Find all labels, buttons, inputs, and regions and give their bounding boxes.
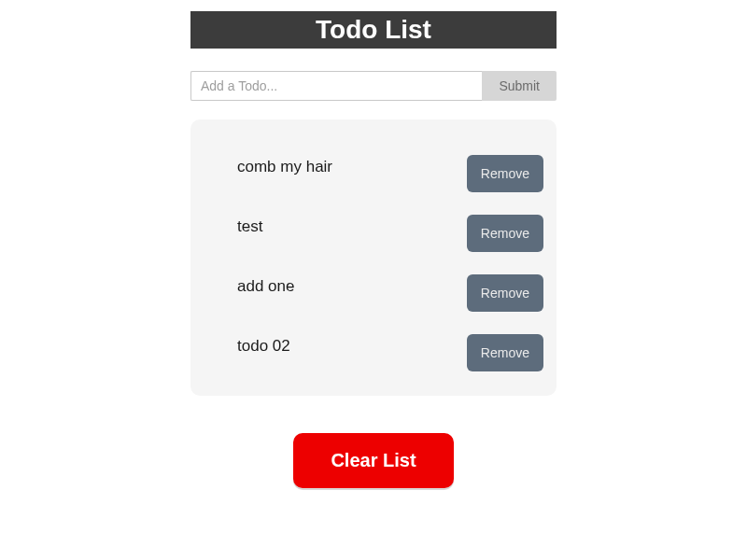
submit-button[interactable]: Submit [482,71,557,101]
todo-text: test [237,217,262,238]
todo-input[interactable] [190,71,482,101]
page-title: Todo List [190,11,557,49]
app-container: Todo List Submit comb my hairRemovetestR… [190,11,557,488]
list-item: comb my hairRemove [204,157,543,192]
remove-button[interactable]: Remove [467,155,543,192]
list-item: add oneRemove [204,276,543,312]
todo-text: comb my hair [237,157,332,178]
remove-button[interactable]: Remove [467,215,543,252]
todo-list: comb my hairRemovetestRemoveadd oneRemov… [204,157,543,371]
add-todo-form: Submit [190,71,557,101]
list-item: testRemove [204,217,543,252]
clear-wrap: Clear List [190,433,557,488]
remove-button[interactable]: Remove [467,334,543,371]
list-item: todo 02Remove [204,336,543,371]
todo-text: add one [237,276,294,298]
todo-text: todo 02 [237,336,290,357]
clear-list-button[interactable]: Clear List [293,433,453,488]
todo-list-panel: comb my hairRemovetestRemoveadd oneRemov… [190,119,557,396]
remove-button[interactable]: Remove [467,274,543,312]
